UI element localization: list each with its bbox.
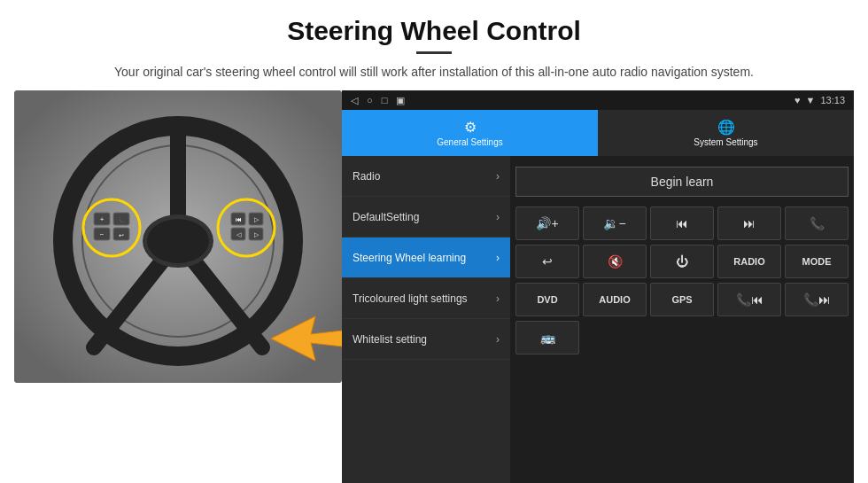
vol-up-icon: 🔊+ — [536, 216, 558, 230]
status-bar: ◁ ○ □ ▣ ♥ ▼ 13:13 — [342, 90, 854, 110]
svg-text:−: − — [100, 230, 105, 238]
tab-bar: ⚙ General Settings 🌐 System Settings — [342, 110, 854, 156]
menu-item-default[interactable]: DefaultSetting › — [342, 197, 510, 238]
menu-label-steering: Steering Wheel learning — [353, 252, 496, 264]
menu-label-tricolour: Tricoloured light settings — [353, 292, 496, 305]
control-row-3: DVD AUDIO GPS 📞⏮ 📞⏭ — [515, 283, 849, 316]
control-row-2: ↩ 🔇 ⏻ RADIO MODE — [515, 245, 849, 278]
vol-up-button[interactable]: 🔊+ — [515, 206, 579, 240]
svg-text:⏮: ⏮ — [236, 216, 242, 222]
svg-text:📞: 📞 — [118, 216, 126, 224]
headunit: ◁ ○ □ ▣ ♥ ▼ 13:13 ⚙ General Settings — [342, 90, 854, 483]
menu-list: Radio › DefaultSetting › Steering Wheel … — [342, 156, 510, 483]
begin-learn-row: Begin learn — [515, 161, 849, 202]
dvd-button[interactable]: DVD — [515, 283, 579, 316]
signal-icon: ▼ — [806, 95, 816, 105]
menu-item-steering[interactable]: Steering Wheel learning › — [342, 238, 510, 278]
status-right: ♥ ▼ 13:13 — [794, 95, 845, 105]
ui-body: Radio › DefaultSetting › Steering Wheel … — [342, 156, 854, 483]
recents-nav-icon[interactable]: □ — [382, 95, 388, 105]
mode-label: MODE — [802, 256, 832, 267]
status-left: ◁ ○ □ ▣ — [351, 95, 405, 106]
location-icon: ♥ — [794, 95, 801, 105]
menu-item-radio[interactable]: Radio › — [342, 156, 510, 197]
next-track-icon: ⏭ — [743, 216, 756, 230]
general-settings-icon: ⚙ — [464, 119, 477, 136]
tab-system-settings[interactable]: 🌐 System Settings — [598, 110, 854, 156]
control-row-1: 🔊+ 🔉− ⏮ ⏭ 📞 — [515, 206, 849, 240]
menu-label-radio: Radio — [353, 170, 496, 183]
page-wrapper: Steering Wheel Control Your original car… — [0, 0, 868, 483]
begin-learn-button[interactable]: Begin learn — [515, 167, 849, 197]
phone-prev-button[interactable]: 📞⏮ — [717, 283, 781, 316]
tab-general-settings[interactable]: ⚙ General Settings — [342, 110, 598, 156]
system-settings-icon: 🌐 — [717, 119, 735, 136]
header-section: Steering Wheel Control Your original car… — [0, 0, 868, 90]
prev-track-icon: ⏮ — [676, 216, 688, 230]
bus-button[interactable]: 🚌 — [515, 321, 579, 354]
menu-item-whitelist[interactable]: Whitelist setting › — [342, 319, 510, 360]
chevron-icon-tricolour: › — [496, 292, 500, 305]
chevron-icon-whitelist: › — [496, 333, 500, 346]
vol-down-icon: 🔉− — [603, 216, 625, 230]
chevron-icon-radio: › — [496, 170, 500, 183]
gps-label: GPS — [671, 294, 692, 305]
tab-general-label: General Settings — [437, 137, 503, 147]
prev-track-button[interactable]: ⏮ — [650, 206, 714, 240]
chevron-icon-steering: › — [496, 252, 500, 264]
content-area: + − 📞 ↩ ⏮ ▷ ◁ ▷ — [0, 90, 868, 483]
svg-text:↩: ↩ — [119, 232, 124, 238]
audio-button[interactable]: AUDIO — [583, 283, 647, 316]
next-track-button[interactable]: ⏭ — [717, 206, 781, 240]
chevron-icon-default: › — [496, 211, 500, 223]
dvd-label: DVD — [537, 294, 557, 305]
back-button[interactable]: ↩ — [515, 245, 579, 278]
gps-button[interactable]: GPS — [650, 283, 714, 316]
vol-down-button[interactable]: 🔉− — [583, 206, 647, 240]
tab-system-label: System Settings — [694, 137, 757, 147]
back-icon: ↩ — [542, 254, 553, 269]
radio-label: RADIO — [733, 256, 764, 267]
svg-text:+: + — [100, 215, 105, 223]
title-divider — [416, 51, 452, 54]
radio-mode-button[interactable]: RADIO — [717, 245, 781, 278]
menu-item-tricolour[interactable]: Tricoloured light settings › — [342, 278, 510, 319]
bus-icon: 🚌 — [540, 331, 555, 345]
power-button[interactable]: ⏻ — [650, 245, 714, 278]
audio-label: AUDIO — [599, 294, 630, 305]
control-panel: Begin learn 🔊+ 🔉− ⏮ — [510, 156, 854, 483]
time-display: 13:13 — [820, 95, 845, 105]
menu-label-whitelist: Whitelist setting — [353, 333, 496, 346]
svg-point-8 — [147, 219, 209, 263]
menu-label-default: DefaultSetting — [353, 211, 496, 223]
phone-prev-icon: 📞⏮ — [736, 292, 763, 307]
home-nav-icon[interactable]: ○ — [367, 95, 373, 105]
steering-wheel-image: + − 📞 ↩ ⏮ ▷ ◁ ▷ — [14, 90, 342, 383]
back-nav-icon[interactable]: ◁ — [351, 95, 358, 106]
apps-nav-icon[interactable]: ▣ — [396, 95, 405, 106]
steering-wheel-svg: + − 📞 ↩ ⏮ ▷ ◁ ▷ — [14, 90, 342, 383]
power-icon: ⏻ — [676, 254, 688, 269]
page-title: Steering Wheel Control — [53, 16, 815, 46]
mute-button[interactable]: 🔇 — [583, 245, 647, 278]
phone-next-button[interactable]: 📞⏭ — [785, 283, 849, 316]
mode-button[interactable]: MODE — [785, 245, 849, 278]
phone-button[interactable]: 📞 — [785, 206, 849, 240]
mute-icon: 🔇 — [608, 254, 623, 269]
subtitle-text: Your original car's steering wheel contr… — [53, 63, 815, 82]
phone-icon: 📞 — [810, 216, 825, 230]
control-row-4: 🚌 — [515, 321, 849, 354]
phone-next-icon: 📞⏭ — [803, 292, 831, 307]
